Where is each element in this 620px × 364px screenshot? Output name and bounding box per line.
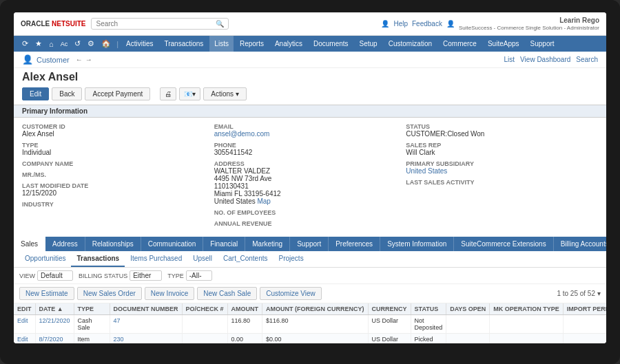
sub-tab-items-purchased[interactable]: Items Purchased [125,251,187,267]
address-value: WALTER VALDEZ 4495 NW 73rd Ave 110130431… [214,167,406,205]
cell-edit[interactable]: Edit [14,315,35,334]
nav-back-icon[interactable]: ← [76,56,83,63]
nav-customization[interactable]: Customization [384,36,437,52]
type-value: Individual [22,149,214,156]
customer-id-value: Alex Ansel [22,130,214,138]
col-po-check: PO/CHECK # [182,303,227,315]
nav-support[interactable]: Support [526,36,559,52]
cell-edit[interactable]: Edit [14,334,35,343]
nav-analytics[interactable]: Analytics [270,36,307,52]
view-filter-select[interactable]: Default [37,270,73,281]
nav-separator: | [116,40,118,48]
view-filter-label: VIEW [19,272,35,279]
col-foreign-amount: AMOUNT (FOREIGN CURRENCY) [262,303,369,315]
tab-address[interactable]: Address [45,237,85,251]
search-input[interactable] [96,20,216,28]
customer-id-label: CUSTOMER ID [22,123,214,130]
primary-subsidiary-value[interactable]: United States [406,167,598,175]
sub-tab-opportunities[interactable]: Opportunities [19,251,71,267]
cell-import-perm [563,315,606,334]
help-link[interactable]: Help [393,20,408,28]
email-label: EMAIL [214,123,406,130]
nav-documents[interactable]: Documents [309,36,353,52]
view-dashboard-link[interactable]: View Dashboard [520,56,570,63]
tab-relationships[interactable]: Relationships [85,237,141,251]
nav-ac-icon[interactable]: Ac [58,37,71,51]
col-days-open: DAYS OPEN [446,303,490,315]
nav-commerce[interactable]: Commerce [438,36,482,52]
nav-lists[interactable]: Lists [209,36,234,52]
cell-status: Not Deposited [411,315,446,334]
cell-import-perm [563,334,606,343]
col-import-perm: IMPORT PERM [563,303,606,315]
nav-settings-icon[interactable]: ⚙ [85,36,97,52]
col-date[interactable]: DATE ▲ [35,303,74,315]
nav-suiteapps[interactable]: SuiteApps [483,36,524,52]
customize-view-button[interactable]: Customize View [260,287,322,300]
mr-ms-label: MR./MS. [22,171,214,178]
table-row: Edit 8/7/2020 Item Fulfillment 230 0.00 … [14,334,606,343]
search-link[interactable]: Search [576,56,598,63]
back-button[interactable]: Back [52,87,82,100]
cell-date[interactable]: 12/21/2020 [35,315,74,334]
last-modified-value: 12/15/2020 [22,189,214,197]
cell-amount: 0.00 [227,334,262,343]
new-invoice-button[interactable]: New Invoice [145,287,194,300]
actions-button[interactable]: Actions ▾ [203,87,247,100]
tab-billing[interactable]: Billing Accounts [554,237,606,251]
sub-tab-upsell[interactable]: Upsell [187,251,218,267]
cell-date[interactable]: 8/7/2020 [35,334,74,343]
tab-system-info[interactable]: System Information [380,237,454,251]
sub-tab-projects[interactable]: Projects [273,251,309,267]
list-link[interactable]: List [504,56,515,63]
sub-tab-transactions[interactable]: Transactions [71,251,125,267]
last-modified-label: LAST MODIFIED DATE [22,182,214,189]
new-cash-sale-button[interactable]: New Cash Sale [197,287,257,300]
nav-star-icon[interactable]: ★ [32,36,45,52]
billing-status-select[interactable]: Either [130,270,162,281]
feedback-link[interactable]: Feedback [412,20,442,28]
page-type-label[interactable]: Customer [37,56,70,64]
type-filter-select[interactable]: -All- [186,270,212,281]
nav-home2-icon[interactable]: 🏠 [99,36,114,52]
nav-setup[interactable]: Setup [355,36,382,52]
nav-transactions[interactable]: Transactions [159,36,208,52]
cell-mk-op [490,315,563,334]
cell-status: Picked [411,334,446,343]
edit-button[interactable]: Edit [22,87,49,100]
tab-suitecommerce[interactable]: SuiteCommerce Extensions [454,237,553,251]
new-estimate-button[interactable]: New Estimate [19,287,74,300]
nav-home-icon[interactable]: ⟳ [19,36,31,52]
sales-rep-value: Will Clark [406,149,598,156]
tab-communication[interactable]: Communication [141,237,203,251]
table-count-label: 1 to 25 of 52 [557,290,595,297]
tab-preferences[interactable]: Preferences [329,237,380,251]
cell-mk-op [490,334,563,343]
address-map-link[interactable]: Map [257,197,270,205]
cell-currency: US Dollar [368,315,411,334]
tab-financial[interactable]: Financial [203,237,245,251]
nav-house-icon[interactable]: ⌂ [46,36,56,52]
accept-payment-button[interactable]: Accept Payment [85,87,150,100]
nav-history-icon[interactable]: ↺ [72,36,83,52]
cell-type: Item Fulfillment [74,334,110,343]
print-button[interactable]: 🖨 [160,87,176,100]
cell-doc-number[interactable]: 230 [110,334,182,343]
email-value[interactable]: ansel@demo.com [214,130,406,138]
nav-reports[interactable]: Reports [235,36,269,52]
cell-type: Cash Sale [74,315,110,334]
tab-sales[interactable]: Sales [14,237,45,251]
table-count-dropdown[interactable]: ▾ [597,290,601,297]
sub-tab-cart-contents[interactable]: Cart_Contents [218,251,273,267]
search-box[interactable]: 🔍 [91,18,229,30]
nav-forward-icon[interactable]: → [85,56,92,63]
filters-row: VIEW Default BILLING STATUS Either TYPE … [14,268,606,284]
nav-activities[interactable]: Activities [121,36,158,52]
table-container: EDIT DATE ▲ TYPE DOCUMENT NUMBER PO/CHEC… [14,303,606,343]
cell-doc-number[interactable]: 47 [110,315,182,334]
tab-marketing[interactable]: Marketing [245,237,290,251]
new-sales-order-button[interactable]: New Sales Order [77,287,142,300]
send-button[interactable]: 📧▾ [179,87,200,100]
billing-status-label: BILLING STATUS [79,272,127,279]
tab-support[interactable]: Support [290,237,329,251]
